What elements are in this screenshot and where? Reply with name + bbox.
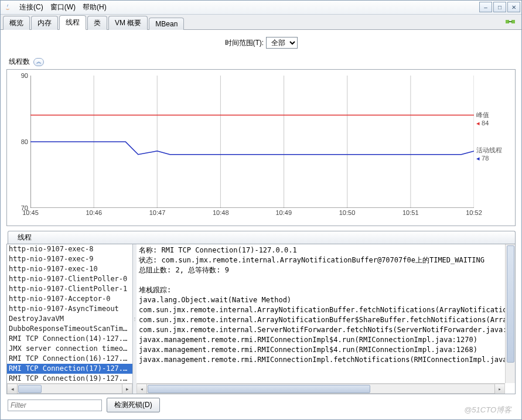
y-axis: 90 80 70 <box>7 76 30 208</box>
detail-stack-label: 堆栈跟踪: <box>139 285 513 295</box>
thread-item[interactable]: http-nio-9107-exec-9 <box>7 254 132 264</box>
timerange-label: 时间范围(T): <box>225 39 264 47</box>
collapse-chart-button[interactable]: ︽ <box>33 58 44 66</box>
window-controls: – □ ✕ <box>479 2 520 12</box>
detail-blocked-label: 总阻止数: <box>139 266 171 274</box>
x-tick: 10:48 <box>213 209 229 216</box>
tab-overview[interactable]: 概览 <box>3 16 30 30</box>
filter-input[interactable] <box>8 399 102 411</box>
detail-state-value: com.sun.jmx.remote.internal.ArrayNotific… <box>161 256 484 264</box>
x-tick: 10:50 <box>339 209 356 216</box>
stack-line: com.sun.jmx.remote.internal.ArrayNotific… <box>139 315 513 325</box>
menubar: 连接(C) 窗口(W) 帮助(H) – □ ✕ <box>1 1 521 15</box>
detail-name-value: RMI TCP Connection(17)-127.0.0.1 <box>161 246 296 254</box>
stack-line: com.sun.jmx.remote.internal.ArrayNotific… <box>139 305 513 315</box>
detect-deadlock-button[interactable]: 检测死锁(D) <box>107 398 160 412</box>
stack-line: javax.management.remote.rmi.RMIConnectio… <box>139 335 513 345</box>
thread-item[interactable]: JMX server connection timeout 2 <box>7 344 132 354</box>
detail-state-label: 状态: <box>139 256 157 264</box>
thread-item[interactable]: http-nio-9107-ClientPoller-1 <box>7 284 132 294</box>
thread-item[interactable]: RMI TCP Connection(14)-127.0.0. <box>7 334 132 344</box>
menu-window[interactable]: 窗口(W) <box>47 1 79 13</box>
stack-line: java.lang.Object.wait(Native Method) <box>139 295 513 305</box>
menu-connect[interactable]: 连接(C) <box>16 1 47 13</box>
tab-classes[interactable]: 类 <box>87 16 107 30</box>
tab-memory[interactable]: 内存 <box>31 16 58 30</box>
detail-blocked-value: 2, <box>175 266 183 274</box>
y-tick: 80 <box>21 138 28 145</box>
x-tick: 10:49 <box>275 209 292 216</box>
thread-item[interactable]: http-nio-9107-exec-8 <box>7 244 132 254</box>
stack-line: com.sun.jmx.remote.internal.ServerNotifF… <box>139 325 513 335</box>
chart-legend: 峰值 ◂ 84 活动线程 ◂ 78 <box>476 76 511 208</box>
svg-rect-2 <box>509 21 512 22</box>
timerange-row: 时间范围(T): 全部 <box>6 33 516 54</box>
thread-chart: 90 80 70 <box>6 69 516 226</box>
close-button[interactable]: ✕ <box>507 2 520 12</box>
thread-item[interactable]: DubboResponseTimeoutScanTimer <box>7 324 132 334</box>
stack-line: javax.management.remote.rmi.RMIConnectio… <box>139 355 513 365</box>
thread-list-tab[interactable]: 线程 <box>8 231 516 244</box>
menu-help[interactable]: 帮助(H) <box>79 1 110 13</box>
x-tick: 10:51 <box>402 209 419 216</box>
thread-item[interactable]: RMI TCP Connection(19)-127.0.0. <box>7 374 132 383</box>
minimize-button[interactable]: – <box>479 2 492 12</box>
legend-peak-label: 峰值 <box>476 111 489 119</box>
detail-hscroll[interactable]: ◂▸ <box>137 384 505 394</box>
chart-section-title: 线程数 <box>9 57 30 67</box>
detail-vscroll[interactable] <box>505 244 515 383</box>
connection-status-icon <box>505 18 516 26</box>
timerange-select[interactable]: 全部 <box>266 37 298 49</box>
tab-vm[interactable]: VM 概要 <box>108 16 148 30</box>
thread-item[interactable]: http-nio-9107-exec-10 <box>7 264 132 274</box>
stack-line: javax.management.remote.rmi.RMIConnectio… <box>139 345 513 355</box>
thread-item[interactable]: DestroyJavaVM <box>7 314 132 324</box>
thread-list: http-nio-9107-exec-8http-nio-9107-exec-9… <box>7 244 133 394</box>
detail-waited-value: 9 <box>225 266 229 274</box>
x-axis: 10:45 10:46 10:47 10:48 10:49 10:50 10:5… <box>30 209 474 221</box>
thread-item[interactable]: http-nio-9107-Acceptor-0 <box>7 294 132 304</box>
x-tick: 10:45 <box>22 209 39 216</box>
thread-item[interactable]: RMI TCP Connection(17)-127.0.0. <box>7 364 132 374</box>
thread-detail: 名称: RMI TCP Connection(17)-127.0.0.1 状态:… <box>137 244 515 394</box>
thread-item[interactable]: http-nio-9107-ClientPoller-0 <box>7 274 132 284</box>
legend-active-label: 活动线程 <box>476 146 502 155</box>
detail-waited-label: 总等待数: <box>188 266 220 274</box>
y-tick: 90 <box>21 72 28 79</box>
x-tick: 10:47 <box>149 209 166 216</box>
tab-mbean[interactable]: MBean <box>149 18 184 30</box>
legend-active-value: 78 <box>482 155 489 162</box>
tab-thread[interactable]: 线程 <box>59 15 86 30</box>
java-icon <box>3 3 12 12</box>
thread-item[interactable]: RMI TCP Connection(16)-127.0.0. <box>7 354 132 364</box>
x-tick: 10:52 <box>466 209 482 216</box>
thread-item[interactable]: http-nio-9107-AsyncTimeout <box>7 304 132 314</box>
x-tick: 10:46 <box>86 209 102 216</box>
thread-list-hscroll[interactable]: ◂▸ <box>7 384 132 394</box>
legend-peak-value: 84 <box>482 119 489 127</box>
maximize-button[interactable]: □ <box>493 2 506 12</box>
detail-name-label: 名称: <box>139 246 157 254</box>
main-tabbar: 概览 内存 线程 类 VM 概要 MBean <box>1 15 521 30</box>
